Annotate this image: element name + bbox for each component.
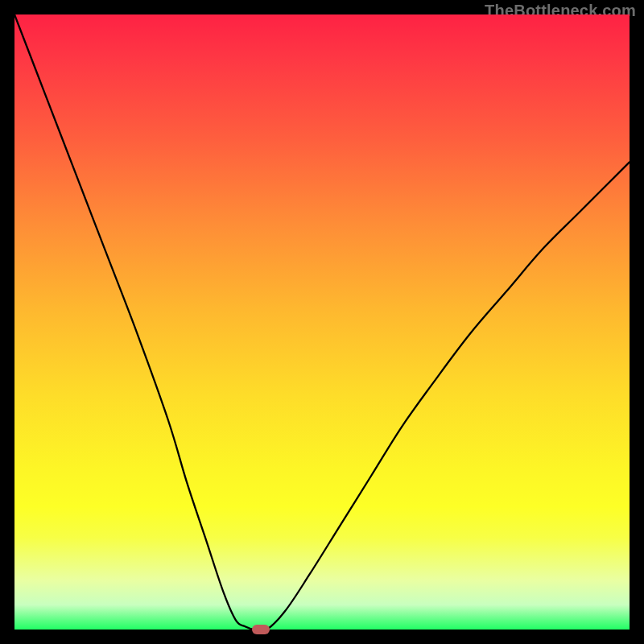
optimum-marker <box>252 625 270 634</box>
curve-path <box>14 14 630 630</box>
plot-area <box>14 14 630 630</box>
chart-frame: TheBottleneck.com <box>0 0 644 644</box>
curve-line <box>14 14 630 630</box>
